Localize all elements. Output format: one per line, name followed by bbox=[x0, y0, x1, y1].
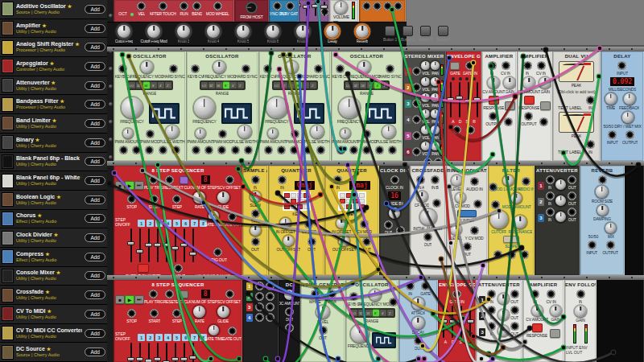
button-3-button[interactable] bbox=[420, 26, 431, 36]
mod-2-amount-knob[interactable] bbox=[511, 193, 522, 204]
frequency-knob[interactable] bbox=[266, 97, 287, 118]
in-jack[interactable] bbox=[586, 140, 595, 149]
slider[interactable] bbox=[129, 228, 133, 262]
frequency-mod-knob[interactable] bbox=[369, 290, 381, 301]
key-5[interactable] bbox=[346, 199, 352, 204]
jack[interactable] bbox=[362, 146, 371, 154]
jack[interactable] bbox=[264, 146, 273, 154]
key-0[interactable] bbox=[340, 193, 345, 198]
cutoff-knob[interactable] bbox=[490, 211, 508, 228]
cv-in-jack[interactable] bbox=[547, 290, 555, 298]
in-offset-knob[interactable] bbox=[280, 218, 291, 228]
library-item-binary[interactable]: Binary ★Utility | Cherry AudioAdd bbox=[0, 134, 107, 153]
range-32-button[interactable]: 32' bbox=[136, 82, 142, 88]
keyb-cv-jack[interactable] bbox=[263, 64, 272, 73]
mod-1-amount-knob[interactable] bbox=[503, 175, 514, 186]
add-module-button[interactable]: Add bbox=[85, 138, 105, 147]
jack[interactable] bbox=[336, 146, 345, 154]
range-16-button[interactable]: 16' bbox=[288, 82, 295, 88]
slider[interactable] bbox=[155, 343, 159, 362]
hard-sync-jack[interactable] bbox=[169, 64, 178, 73]
jack[interactable] bbox=[412, 131, 421, 140]
range-2-button[interactable]: 2' bbox=[237, 82, 244, 88]
range-lo-button[interactable]: LO bbox=[129, 82, 135, 88]
slider-thumb[interactable] bbox=[299, 3, 301, 7]
add-module-button[interactable]: Add bbox=[85, 5, 105, 14]
out-jack[interactable] bbox=[510, 306, 519, 315]
response-button[interactable] bbox=[524, 96, 535, 105]
out-jack[interactable] bbox=[463, 242, 472, 251]
slider[interactable] bbox=[129, 343, 133, 362]
frequency-knob[interactable] bbox=[339, 97, 360, 118]
vol-knob[interactable] bbox=[421, 109, 430, 118]
knob-4-knob[interactable] bbox=[207, 25, 220, 38]
jack[interactable] bbox=[466, 125, 475, 134]
key-5[interactable] bbox=[291, 199, 296, 204]
slider[interactable] bbox=[164, 343, 168, 362]
slider-thumb[interactable] bbox=[473, 97, 481, 101]
slider-thumb[interactable] bbox=[303, 5, 310, 9]
library-item-chorus[interactable]: Chorus ★Effect | Cherry AudioAdd bbox=[0, 210, 107, 229]
pwm-mod-jack[interactable] bbox=[362, 130, 371, 138]
slider[interactable] bbox=[147, 343, 151, 362]
range-16-button[interactable]: 16' bbox=[360, 82, 366, 88]
pulse-width-knob[interactable] bbox=[166, 125, 179, 138]
jack[interactable] bbox=[388, 146, 397, 154]
jack[interactable] bbox=[255, 302, 264, 311]
slider-thumb[interactable] bbox=[145, 243, 152, 247]
gate-in-jack[interactable] bbox=[465, 61, 474, 70]
pan-knob[interactable] bbox=[431, 109, 440, 118]
gate-in-jack[interactable] bbox=[452, 290, 461, 298]
after-touch-jack[interactable] bbox=[159, 2, 167, 10]
jack[interactable] bbox=[504, 117, 513, 126]
range-32-button[interactable]: 32' bbox=[353, 82, 359, 88]
output-jack[interactable] bbox=[606, 241, 615, 249]
library-item-dc-source[interactable]: DC Source ★Source | Cherry AudioAdd bbox=[0, 343, 107, 362]
jack[interactable] bbox=[145, 146, 154, 154]
range-lo-button[interactable]: LO bbox=[201, 82, 208, 88]
key-1[interactable] bbox=[291, 193, 296, 198]
jack[interactable] bbox=[375, 146, 384, 154]
room-size-knob[interactable] bbox=[596, 186, 608, 198]
range-2-button[interactable]: 2' bbox=[310, 82, 316, 88]
step-7-button[interactable]: 7 bbox=[191, 334, 198, 341]
in-jack[interactable] bbox=[487, 306, 496, 315]
range-8-button[interactable]: 8' bbox=[223, 82, 229, 88]
slider-thumb[interactable] bbox=[127, 357, 134, 361]
jack[interactable] bbox=[412, 147, 421, 156]
key-7[interactable] bbox=[303, 199, 309, 204]
slider[interactable] bbox=[475, 82, 479, 117]
jack[interactable] bbox=[171, 146, 180, 154]
jack[interactable] bbox=[266, 282, 275, 290]
run-jack[interactable] bbox=[180, 2, 188, 10]
range-4-button[interactable]: 4' bbox=[374, 82, 381, 88]
key-11[interactable] bbox=[359, 204, 365, 209]
level-knob[interactable] bbox=[316, 306, 329, 319]
slider[interactable] bbox=[466, 82, 470, 117]
gain-knob[interactable] bbox=[539, 77, 551, 88]
pwm-amount-knob[interactable] bbox=[268, 129, 278, 138]
range-2-button[interactable]: 2' bbox=[387, 310, 394, 316]
cv-amount-knob[interactable] bbox=[488, 77, 499, 88]
ext-clk-button[interactable] bbox=[180, 290, 188, 298]
slider[interactable] bbox=[164, 228, 168, 262]
audio-in-jack[interactable] bbox=[522, 177, 530, 186]
add-module-button[interactable]: Add bbox=[85, 176, 105, 185]
slider[interactable] bbox=[299, 2, 299, 16]
response-button[interactable] bbox=[532, 323, 543, 332]
jack[interactable] bbox=[412, 99, 421, 108]
vol-knob[interactable] bbox=[421, 61, 430, 70]
button-4-button[interactable] bbox=[438, 26, 448, 36]
range-16-button[interactable]: 16' bbox=[143, 82, 150, 88]
add-module-button[interactable]: Add bbox=[85, 24, 105, 33]
in-jack[interactable] bbox=[251, 175, 260, 184]
key-6[interactable] bbox=[353, 199, 358, 204]
key-8[interactable] bbox=[340, 204, 345, 209]
slider-thumb[interactable] bbox=[145, 359, 152, 362]
jack[interactable] bbox=[383, 2, 392, 10]
stop-jack[interactable] bbox=[127, 195, 136, 204]
slider-thumb[interactable] bbox=[189, 356, 196, 360]
key-9[interactable] bbox=[291, 204, 296, 209]
jack[interactable] bbox=[204, 146, 213, 154]
jack[interactable] bbox=[255, 282, 264, 290]
